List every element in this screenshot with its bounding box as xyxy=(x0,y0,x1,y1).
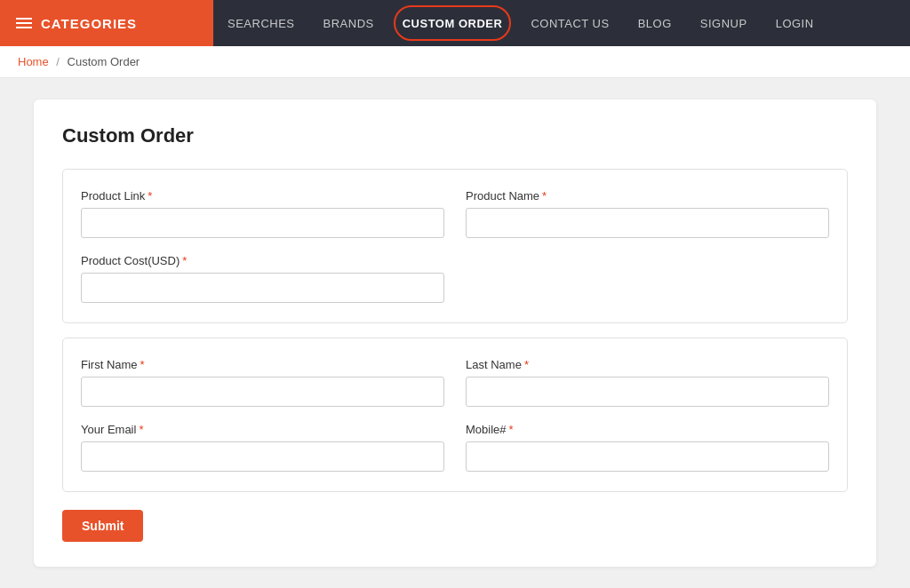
last-name-group: Last Name* xyxy=(466,358,829,407)
nav-contact-us[interactable]: CONTACT US xyxy=(516,0,623,46)
nav-brands[interactable]: BRANDS xyxy=(309,0,388,46)
contact-row-1: First Name* Last Name* xyxy=(81,358,829,407)
submit-button[interactable]: Submit xyxy=(62,510,143,542)
required-star: * xyxy=(148,189,152,203)
categories-menu[interactable]: CATEGORIES xyxy=(0,0,213,46)
product-name-input[interactable] xyxy=(466,208,829,238)
breadcrumb-home[interactable]: Home xyxy=(18,55,49,68)
first-name-input[interactable] xyxy=(81,377,444,407)
breadcrumb: Home / Custom Order xyxy=(0,46,910,78)
last-name-label: Last Name* xyxy=(466,358,829,371)
nav-login[interactable]: LOGIN xyxy=(762,0,828,46)
nav-links: SEARCHES BRANDS CUSTOM ORDER CONTACT US … xyxy=(213,0,828,46)
email-label: Your Email* xyxy=(81,423,444,436)
breadcrumb-separator: / xyxy=(56,55,60,68)
categories-label: CATEGORIES xyxy=(41,16,137,31)
email-input[interactable] xyxy=(81,441,444,472)
required-star-6: * xyxy=(139,423,143,436)
breadcrumb-current: Custom Order xyxy=(68,55,140,68)
product-info-section: Product Link* Product Name* Product Cost… xyxy=(62,169,848,323)
mobile-group: Mobile#* xyxy=(466,423,829,472)
product-cost-group: Product Cost(USD)* xyxy=(81,254,444,303)
product-cost-input[interactable] xyxy=(81,273,444,303)
product-row-2: Product Cost(USD)* xyxy=(81,254,829,303)
nav-searches[interactable]: SEARCHES xyxy=(213,0,309,46)
mobile-label: Mobile#* xyxy=(466,423,829,436)
product-link-group: Product Link* xyxy=(81,189,444,238)
form-title: Custom Order xyxy=(62,124,848,147)
first-name-label: First Name* xyxy=(81,358,444,371)
form-card: Custom Order Product Link* Product Name* xyxy=(34,99,876,567)
product-cost-label: Product Cost(USD)* xyxy=(81,254,444,267)
product-link-input[interactable] xyxy=(81,208,444,238)
navbar: CATEGORIES SEARCHES BRANDS CUSTOM ORDER … xyxy=(0,0,910,46)
required-star-4: * xyxy=(140,358,145,371)
product-name-group: Product Name* xyxy=(466,189,829,238)
hamburger-icon xyxy=(16,18,32,28)
nav-signup[interactable]: SIGNUP xyxy=(686,0,762,46)
nav-blog[interactable]: BLOG xyxy=(624,0,686,46)
contact-info-section: First Name* Last Name* Your Email* xyxy=(62,338,848,492)
required-star-3: * xyxy=(182,254,187,267)
nav-custom-order[interactable]: CUSTOM ORDER xyxy=(388,0,517,46)
page-content: Custom Order Product Link* Product Name* xyxy=(20,99,890,567)
required-star-7: * xyxy=(509,423,514,436)
required-star-2: * xyxy=(542,189,547,203)
product-name-label: Product Name* xyxy=(466,189,829,203)
email-group: Your Email* xyxy=(81,423,444,472)
last-name-input[interactable] xyxy=(466,377,829,407)
first-name-group: First Name* xyxy=(81,358,444,407)
contact-row-2: Your Email* Mobile#* xyxy=(81,423,829,472)
mobile-input[interactable] xyxy=(466,441,829,472)
product-link-label: Product Link* xyxy=(81,189,444,203)
product-row-1: Product Link* Product Name* xyxy=(81,189,829,238)
required-star-5: * xyxy=(524,358,529,371)
